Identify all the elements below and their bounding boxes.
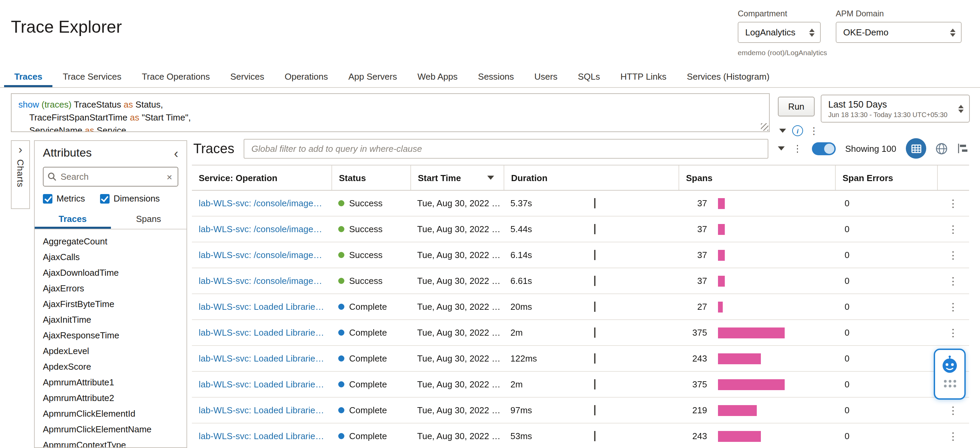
trace-operation-link[interactable]: lab-WLS-svc: /console/image… (199, 250, 322, 260)
duration-tick-bar (594, 198, 595, 208)
waterfall-view-button[interactable] (957, 142, 969, 155)
global-filter-input[interactable] (245, 143, 768, 153)
query-overflow-menu-icon[interactable]: ⋮ (809, 126, 819, 136)
attribute-item[interactable]: AjaxErrors (35, 281, 186, 296)
span-errors-cell: 0 (835, 224, 937, 234)
row-actions-menu-icon[interactable]: ⋮ (948, 404, 958, 416)
tab-sessions[interactable]: Sessions (468, 65, 524, 87)
row-actions-menu-icon[interactable]: ⋮ (948, 327, 958, 339)
tab-http-links[interactable]: HTTP Links (610, 65, 676, 87)
charts-panel-collapsed[interactable]: › Charts (11, 140, 30, 209)
tab-operations[interactable]: Operations (274, 65, 338, 87)
tab-trace-operations[interactable]: Trace Operations (132, 65, 220, 87)
attribute-item[interactable]: AjaxDownloadTime (35, 265, 186, 281)
tab-trace-services[interactable]: Trace Services (52, 65, 131, 87)
table-row[interactable]: lab-WLS-svc: Loaded Librarie… Complete T… (192, 346, 969, 372)
topology-view-button[interactable] (935, 142, 948, 155)
status-dot-icon (338, 200, 344, 206)
table-row[interactable]: lab-WLS-svc: /console/image… Success Tue… (192, 268, 969, 294)
column-header-span-errors[interactable]: Span Errors (835, 166, 937, 190)
duration-tick-bar (594, 327, 595, 338)
attribute-item[interactable]: AjaxFirstByteTime (35, 296, 186, 312)
table-row[interactable]: lab-WLS-svc: /console/image… Success Tue… (192, 191, 969, 217)
table-overflow-menu-icon[interactable]: ⋮ (793, 143, 802, 153)
trace-operation-link[interactable]: lab-WLS-svc: Loaded Librarie… (199, 405, 324, 415)
trace-operation-link[interactable]: lab-WLS-svc: Loaded Librarie… (199, 301, 324, 312)
dimensions-checkbox[interactable]: Dimensions (100, 193, 160, 204)
table-row[interactable]: lab-WLS-svc: /console/image… Success Tue… (192, 242, 969, 268)
row-actions-menu-icon[interactable]: ⋮ (948, 275, 958, 287)
attribute-item[interactable]: ApdexScore (35, 359, 186, 375)
attribute-item[interactable]: AjaxInitTime (35, 312, 186, 327)
attribute-item[interactable]: AggregateCount (35, 234, 186, 249)
time-range-select[interactable]: Last 150 Days Jun 18 13:30 - Today 13:30… (821, 95, 970, 123)
row-actions-menu-icon[interactable]: ⋮ (948, 249, 958, 261)
trace-operation-link[interactable]: lab-WLS-svc: Loaded Librarie… (199, 353, 324, 364)
column-header-status[interactable]: Status (331, 166, 410, 190)
row-actions-menu-icon[interactable]: ⋮ (948, 301, 958, 313)
column-header-service-operation[interactable]: Service: Operation (192, 166, 331, 190)
info-icon[interactable]: i (792, 125, 803, 136)
apm-domain-select[interactable]: OKE-Demo (836, 22, 962, 43)
table-view-button[interactable] (906, 138, 926, 159)
trace-operation-link[interactable]: lab-WLS-svc: Loaded Librarie… (199, 327, 324, 338)
duration-value: 2m (511, 379, 523, 389)
filter-dropdown-caret-icon[interactable] (778, 147, 785, 150)
trace-operation-link[interactable]: lab-WLS-svc: /console/image… (199, 276, 322, 286)
traces-section: Traces ⋮ Showing 100 Service: Operation … (192, 136, 969, 448)
table-row[interactable]: lab-WLS-svc: Loaded Librarie… Complete T… (192, 372, 969, 398)
compartment-select[interactable]: LogAnalytics (738, 22, 821, 43)
tab-sqls[interactable]: SQLs (568, 65, 610, 87)
search-input[interactable] (56, 171, 165, 182)
trace-operation-link[interactable]: lab-WLS-svc: /console/image… (199, 224, 322, 234)
collapse-panel-icon[interactable]: ‹ (174, 147, 178, 159)
table-row[interactable]: lab-WLS-svc: Loaded Librarie… Complete T… (192, 294, 969, 320)
trace-operation-link[interactable]: lab-WLS-svc: Loaded Librarie… (199, 379, 324, 389)
trace-operation-link[interactable]: lab-WLS-svc: /console/image… (199, 198, 322, 208)
run-button[interactable]: Run (778, 97, 815, 116)
trace-operation-link[interactable]: lab-WLS-svc: Loaded Librarie… (199, 431, 324, 441)
waterfall-icon (957, 142, 969, 155)
tab-services-histogram[interactable]: Services (Histogram) (677, 65, 780, 87)
assistant-launcher[interactable] (934, 349, 966, 400)
clear-search-icon[interactable]: × (165, 171, 173, 182)
metrics-checkbox[interactable]: Metrics (43, 193, 85, 204)
auto-refresh-toggle[interactable] (812, 142, 836, 155)
attribute-item[interactable]: ApmrumAttribute1 (35, 375, 186, 390)
table-header-row: Service: Operation Status Start Time Dur… (192, 165, 969, 191)
table-row[interactable]: lab-WLS-svc: Loaded Librarie… Complete T… (192, 320, 969, 346)
attribute-item[interactable]: AjaxResponseTime (35, 327, 186, 343)
table-row[interactable]: lab-WLS-svc: Loaded Librarie… Complete T… (192, 424, 969, 448)
spans-count: 219 (687, 405, 707, 415)
tab-app-servers[interactable]: App Servers (338, 65, 407, 87)
attribute-item[interactable]: ApmrumAttribute2 (35, 390, 186, 406)
chevron-updown-icon (945, 28, 961, 37)
tab-traces[interactable]: Traces (4, 65, 52, 87)
tab-services[interactable]: Services (220, 65, 275, 87)
attribute-item[interactable]: AjaxCalls (35, 249, 186, 265)
drag-handle-dots[interactable] (943, 380, 956, 387)
attribute-item[interactable]: ApdexLevel (35, 343, 186, 359)
attributes-title: Attributes (43, 147, 92, 160)
attribute-item[interactable]: ApmrumContextType (35, 437, 186, 448)
tab-users[interactable]: Users (524, 65, 568, 87)
row-actions-menu-icon[interactable]: ⋮ (948, 430, 958, 442)
attribute-item[interactable]: ApmrumClickElementName (35, 421, 186, 437)
tab-traces-attributes[interactable]: Traces (35, 209, 111, 229)
tab-spans-attributes[interactable]: Spans (111, 209, 186, 229)
tab-web-apps[interactable]: Web Apps (407, 65, 468, 87)
row-actions-menu-icon[interactable]: ⋮ (948, 197, 958, 209)
status-cell: Success (331, 250, 410, 260)
column-header-duration[interactable]: Duration (504, 166, 679, 190)
expand-panel-icon[interactable]: › (18, 143, 22, 155)
row-actions-menu-icon[interactable]: ⋮ (948, 223, 958, 235)
column-header-start-time[interactable]: Start Time (410, 166, 504, 190)
table-row[interactable]: lab-WLS-svc: Loaded Librarie… Complete T… (192, 398, 969, 424)
table-body: lab-WLS-svc: /console/image… Success Tue… (192, 191, 969, 448)
run-dropdown-caret-icon[interactable] (779, 129, 786, 133)
table-row[interactable]: lab-WLS-svc: /console/image… Success Tue… (192, 217, 969, 242)
sort-desc-icon[interactable] (487, 175, 494, 180)
column-header-spans[interactable]: Spans (679, 166, 835, 190)
query-editor[interactable]: show (traces) TraceStatus as Status, Tra… (11, 93, 770, 132)
attribute-item[interactable]: ApmrumClickElementId (35, 406, 186, 421)
